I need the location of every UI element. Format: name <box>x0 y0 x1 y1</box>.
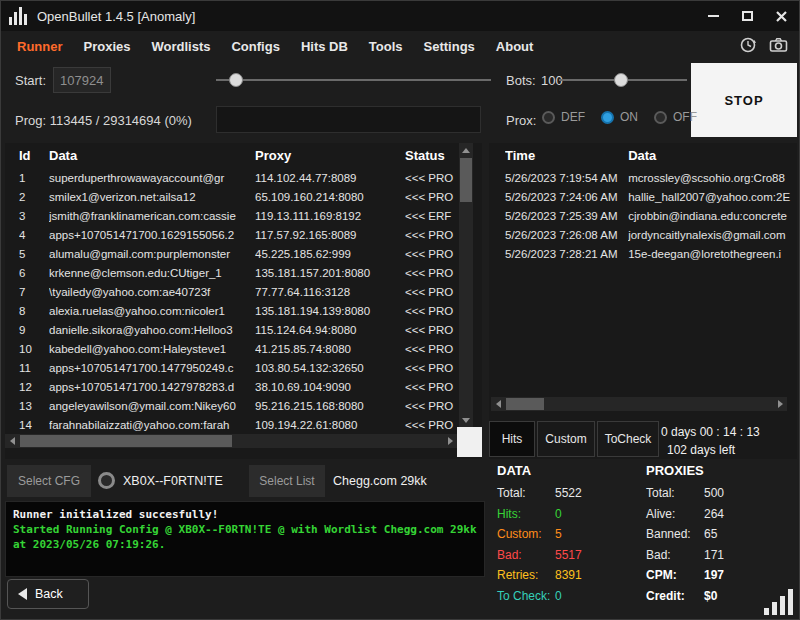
scrollbar-thumb[interactable] <box>506 398 544 410</box>
radio-dot-def[interactable] <box>542 111 555 124</box>
table-row[interactable]: 5/26/2023 7:26:08 AMjordyncaitlynalexis@… <box>489 225 797 244</box>
bots-slider-thumb[interactable] <box>614 73 628 87</box>
menu-item-runner[interactable]: Runner <box>17 39 63 54</box>
stat-line: Bad:171 <box>646 545 791 566</box>
table-cell: hallie_hall2007@yahoo.com:2E <box>628 191 797 203</box>
table-cell: 109.194.22.61:8080 <box>255 419 405 431</box>
table-row[interactable]: 13angeleyawilson@ymail.com:Nikey6095.216… <box>5 396 482 415</box>
scrollbar-thumb[interactable] <box>460 158 472 202</box>
menu-item-about[interactable]: About <box>496 39 534 54</box>
horizontal-scrollbar[interactable] <box>491 397 787 411</box>
history-clock-icon[interactable] <box>737 34 759 56</box>
hits-table-body: 5/26/2023 7:19:54 AMmcrossley@scsohio.or… <box>489 168 797 263</box>
table-row[interactable]: 8alexia.ruelas@yahoo.com:nicoler1135.181… <box>5 301 482 320</box>
proxies-stats-rows: Total:500Alive:264Banned:65Bad:171CPM:19… <box>646 483 791 606</box>
column-header-id[interactable]: Id <box>19 148 49 163</box>
start-slider-thumb[interactable] <box>229 73 243 87</box>
table-cell: 5/26/2023 7:25:39 AM <box>505 210 628 222</box>
table-row[interactable]: 5/26/2023 7:24:06 AMhallie_hall2007@yaho… <box>489 187 797 206</box>
table-row[interactable]: 3jsmith@franklinamerican.com:cassie119.1… <box>5 206 482 225</box>
select-cfg-button[interactable]: Select CFG <box>7 465 91 497</box>
bots-slider[interactable] <box>559 73 687 87</box>
table-row[interactable]: 5/26/2023 7:28:21 AM15e-deegan@loretothe… <box>489 244 797 263</box>
start-slider[interactable] <box>216 73 491 87</box>
runner-log: Runner initialized succesfully! Started … <box>5 501 485 577</box>
radio-dot-off[interactable] <box>654 111 667 124</box>
radio-label-on: ON <box>620 110 638 124</box>
stat-line: To Check:0 <box>497 586 642 607</box>
column-header-time[interactable]: Time <box>505 148 628 163</box>
table-cell: 114.102.44.77:8089 <box>255 172 405 184</box>
maximize-icon[interactable] <box>739 8 755 24</box>
wordlist-name: Chegg.com 29kk <box>333 474 427 488</box>
proxies-stats-panel: PROXIES Total:500Alive:264Banned:65Bad:1… <box>646 463 791 606</box>
radio-dot-on[interactable] <box>601 111 614 124</box>
table-row[interactable]: 5alumalu@gmail.com:purplemonster45.225.1… <box>5 244 482 263</box>
column-header-data[interactable]: Data <box>49 148 255 163</box>
scroll-left-icon[interactable] <box>491 397 505 411</box>
select-list-button[interactable]: Select List <box>249 465 325 497</box>
horizontal-scrollbar[interactable] <box>5 434 457 448</box>
scroll-right-icon[interactable] <box>773 397 787 411</box>
menu-item-wordlists[interactable]: Wordlists <box>151 39 210 54</box>
menu-item-settings[interactable]: Settings <box>424 39 475 54</box>
window-title: OpenBullet 1.4.5 [Anomaly] <box>37 9 195 24</box>
column-header-proxy[interactable]: Proxy <box>255 148 405 163</box>
table-cell: 2 <box>19 191 49 203</box>
table-row[interactable]: 12apps+107051471700.1427978283.d38.10.69… <box>5 377 482 396</box>
radio-proxy-def[interactable]: DEF <box>542 110 585 124</box>
tab-custom[interactable]: Custom <box>537 421 595 457</box>
column-header-data[interactable]: Data <box>628 148 797 163</box>
table-row[interactable]: 4apps+107051471700.1629155056.2117.57.92… <box>5 225 482 244</box>
radio-proxy-off[interactable]: OFF <box>654 110 697 124</box>
radio-proxy-on[interactable]: ON <box>601 110 638 124</box>
menu-item-configs[interactable]: Configs <box>231 39 279 54</box>
table-row[interactable]: 5/26/2023 7:25:39 AMcjrobbin@indiana.edu… <box>489 206 797 225</box>
table-cell: <<< PRO <box>405 248 462 260</box>
camera-icon[interactable] <box>767 34 789 56</box>
stat-line: Hits:0 <box>497 504 642 525</box>
table-row[interactable]: 6krkenne@clemson.edu:CUtiger_1135.181.15… <box>5 263 482 282</box>
scroll-right-icon[interactable] <box>443 434 457 448</box>
table-row[interactable]: 2smilex1@verizon.net:ailsa1265.109.160.2… <box>5 187 482 206</box>
table-row[interactable]: 5/26/2023 7:19:54 AMmcrossley@scsohio.or… <box>489 168 797 187</box>
scroll-down-icon[interactable] <box>459 413 473 427</box>
table-cell: 95.216.215.168:8080 <box>255 400 405 412</box>
minimize-icon[interactable] <box>705 8 721 24</box>
table-row[interactable]: 10kabedell@yahoo.com:Haleysteve141.215.8… <box>5 339 482 358</box>
vertical-scrollbar[interactable] <box>459 143 473 427</box>
table-cell: <<< ERF <box>405 210 462 222</box>
menu-item-hitsdb[interactable]: Hits DB <box>301 39 348 54</box>
scroll-left-icon[interactable] <box>5 434 19 448</box>
scrollbar-thumb[interactable] <box>20 435 232 447</box>
prox-label: Prox: <box>506 113 536 128</box>
table-row[interactable]: 1superduperthrowawayaccount@gr114.102.44… <box>5 168 482 187</box>
close-icon[interactable] <box>773 8 789 24</box>
table-row[interactable]: 9danielle.sikora@yahoo.com:Helloo3115.12… <box>5 320 482 339</box>
table-cell: angeleyawilson@ymail.com:Nikey60 <box>49 400 255 412</box>
scroll-up-icon[interactable] <box>459 143 473 157</box>
back-button[interactable]: Back <box>7 579 89 609</box>
config-icon <box>98 472 115 489</box>
table-cell: 103.80.54.132:32650 <box>255 362 405 374</box>
table-cell: 1 <box>19 172 49 184</box>
tab-tocheck[interactable]: ToCheck <box>597 421 659 457</box>
table-cell: 9 <box>19 324 49 336</box>
menu-item-proxies[interactable]: Proxies <box>84 39 131 54</box>
stop-button[interactable]: STOP <box>691 63 797 137</box>
menu-item-tools[interactable]: Tools <box>369 39 403 54</box>
start-input[interactable] <box>53 67 111 93</box>
tab-hits[interactable]: Hits <box>489 421 535 457</box>
title-bar: OpenBullet 1.4.5 [Anomaly] <box>1 1 799 31</box>
column-header-status[interactable]: Status <box>405 148 462 163</box>
table-cell: 8 <box>19 305 49 317</box>
table-cell: <<< PRO <box>405 267 462 279</box>
table-cell: 77.77.64.116:3128 <box>255 286 405 298</box>
table-row[interactable]: 7\tyailedy@yahoo.com:ae40723f77.77.64.11… <box>5 282 482 301</box>
bots-label: Bots: <box>506 73 536 88</box>
table-cell: 5/26/2023 7:26:08 AM <box>505 229 628 241</box>
table-row[interactable]: 11apps+107051471700.1477950249.c103.80.5… <box>5 358 482 377</box>
table-row[interactable]: 14farahnabilaizzati@yahoo.com:farah109.1… <box>5 415 482 434</box>
table-cell: 12 <box>19 381 49 393</box>
table-cell: 117.57.92.165:8089 <box>255 229 405 241</box>
